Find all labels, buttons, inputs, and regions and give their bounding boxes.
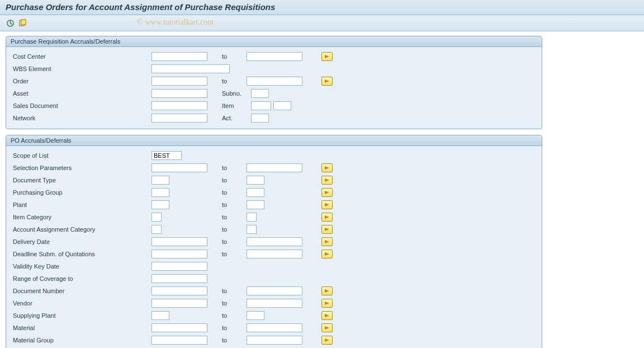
material-group-from-input[interactable] [151, 336, 207, 345]
cost-center-to-input[interactable] [247, 52, 302, 61]
sales-doc-input[interactable] [151, 101, 207, 110]
multiselect-button[interactable] [321, 176, 333, 185]
multiselect-button[interactable] [321, 237, 333, 246]
page-title: Purchase Orders for Account Assignment o… [6, 2, 638, 12]
order-to-input[interactable] [247, 77, 302, 86]
vendor-to-input[interactable] [247, 299, 302, 308]
execute-icon[interactable] [6, 18, 15, 27]
deadline-to-input[interactable] [247, 250, 302, 258]
cost-center-from-input[interactable] [151, 52, 207, 61]
asset-input[interactable] [151, 89, 207, 98]
multiselect-button[interactable] [321, 250, 333, 258]
selection-params-from-input[interactable] [151, 163, 207, 172]
item-cat-to-input[interactable] [247, 213, 257, 222]
to-label: to [219, 214, 247, 220]
label-item: Item [219, 102, 251, 109]
delivery-date-to-input[interactable] [247, 237, 302, 246]
to-label: to [219, 53, 247, 60]
row-range-coverage: Range of Coverage to [12, 272, 536, 285]
item-cat-from-input[interactable] [151, 213, 162, 222]
wbs-input[interactable] [151, 64, 230, 73]
multiselect-button[interactable] [321, 188, 333, 197]
doc-type-from-input[interactable] [151, 176, 169, 185]
scope-of-list-input[interactable] [151, 151, 182, 160]
doc-number-to-input[interactable] [247, 286, 302, 295]
to-label: to [219, 300, 247, 307]
order-from-input[interactable] [151, 77, 207, 86]
material-group-to-input[interactable] [247, 336, 302, 345]
label-deadline: Deadline Subm. of Quotations [12, 251, 151, 257]
content-area: Purchase Requisition Accruals/Deferrals … [0, 31, 644, 348]
to-label: to [219, 337, 247, 344]
supplying-plant-to-input[interactable] [247, 311, 264, 320]
acct-assign-cat-to-input[interactable] [247, 225, 257, 234]
material-to-input[interactable] [247, 323, 302, 332]
supplying-plant-from-input[interactable] [151, 311, 169, 320]
multiselect-button[interactable] [321, 225, 333, 234]
network-input[interactable] [151, 114, 207, 123]
doc-number-from-input[interactable] [151, 286, 207, 295]
multiselect-button[interactable] [321, 286, 333, 295]
multiselect-button[interactable] [321, 336, 333, 345]
group-header: Purchase Requisition Accruals/Deferrals [6, 36, 542, 47]
row-cost-center: Cost Center to [12, 50, 536, 63]
label-validity-key: Validity Key Date [12, 263, 151, 270]
validity-key-input[interactable] [151, 262, 207, 271]
label-item-cat: Item Category [12, 214, 151, 220]
multiselect-button[interactable] [321, 311, 333, 320]
label-act: Act. [219, 115, 251, 121]
purch-group-from-input[interactable] [151, 188, 169, 197]
multiselect-button[interactable] [321, 163, 333, 172]
to-label: to [219, 226, 247, 233]
row-sales-doc: Sales Document Item [12, 100, 536, 112]
row-vendor: Vendor to [12, 297, 536, 309]
multiselect-button[interactable] [321, 299, 333, 308]
act-input[interactable] [251, 114, 269, 123]
row-validity-key: Validity Key Date [12, 260, 536, 272]
subno-input[interactable] [251, 89, 269, 98]
item-input[interactable] [251, 101, 271, 110]
delivery-date-from-input[interactable] [151, 237, 207, 246]
label-material: Material [12, 325, 151, 331]
to-label: to [219, 312, 247, 319]
multiselect-button[interactable] [321, 52, 333, 61]
deadline-from-input[interactable] [151, 250, 207, 258]
vendor-from-input[interactable] [151, 299, 207, 308]
to-label: to [219, 177, 247, 184]
label-scope-of-list: Scope of List [12, 152, 151, 159]
plant-to-input[interactable] [247, 200, 264, 209]
label-purch-group: Purchasing Group [12, 189, 151, 196]
label-acct-assign-cat: Account Assignment Category [12, 226, 151, 233]
multiselect-button[interactable] [321, 323, 333, 332]
variant-icon[interactable] [18, 18, 27, 27]
label-asset: Asset [12, 90, 151, 97]
row-network: Network Act. [12, 112, 536, 124]
multiselect-button[interactable] [321, 200, 333, 209]
row-item-cat: Item Category to [12, 211, 536, 223]
plant-from-input[interactable] [151, 200, 169, 209]
label-cost-center: Cost Center [12, 53, 151, 60]
row-supplying-plant: Supplying Plant to [12, 309, 536, 322]
row-delivery-date: Delivery Date to [12, 236, 536, 248]
label-delivery-date: Delivery Date [12, 238, 151, 245]
acct-assign-cat-from-input[interactable] [151, 225, 162, 234]
label-order: Order [12, 78, 151, 84]
multiselect-button[interactable] [321, 77, 333, 86]
range-coverage-input[interactable] [151, 274, 207, 283]
row-material: Material to [12, 322, 536, 334]
purch-group-to-input[interactable] [247, 188, 264, 197]
to-label: to [219, 288, 247, 294]
label-network: Network [12, 115, 151, 121]
doc-type-to-input[interactable] [247, 176, 264, 185]
label-wbs: WBS Element [12, 65, 151, 72]
multiselect-button[interactable] [321, 213, 333, 222]
row-plant: Plant to [12, 199, 536, 211]
to-label: to [219, 251, 247, 257]
item-input-2[interactable] [273, 101, 291, 110]
label-sales-doc: Sales Document [12, 102, 151, 109]
watermark-text: © www.tutorialkart.com [137, 18, 214, 27]
selection-params-to-input[interactable] [247, 163, 302, 172]
title-bar: Purchase Orders for Account Assignment o… [0, 0, 644, 15]
label-supplying-plant: Supplying Plant [12, 312, 151, 319]
material-from-input[interactable] [151, 323, 207, 332]
